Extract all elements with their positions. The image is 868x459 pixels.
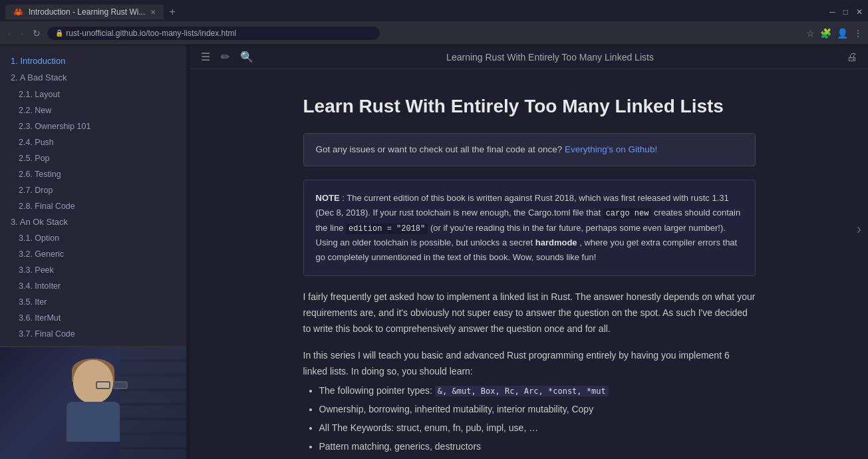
features-list: The following pointer types: &, &mut, Bo… <box>303 383 756 459</box>
sidebar-item[interactable]: 2.5. Pop <box>0 150 186 166</box>
sidebar-item[interactable]: 1. Introduction <box>0 53 186 70</box>
para2-container: In this series I will teach you basic an… <box>303 348 756 459</box>
note-box: NOTE : The current edition of this book … <box>303 180 756 276</box>
sidebar-link-pop[interactable]: 2.5. Pop <box>19 154 50 163</box>
sidebar-link-drop[interactable]: 2.7. Drop <box>19 186 53 195</box>
sidebar-link-ok-stack[interactable]: 3. An Ok Stack <box>11 217 68 227</box>
tab-favicon: 🦀 <box>13 7 23 17</box>
sidebar-link-new[interactable]: 2.2. New <box>19 106 51 115</box>
note-code1: cargo new <box>603 208 652 219</box>
sidebar-link-generic[interactable]: 3.2. Generic <box>19 249 64 259</box>
next-page-button[interactable]: › <box>857 221 861 238</box>
person-glasses <box>96 381 128 389</box>
sidebar-item[interactable]: 3. An Ok Stack <box>0 214 186 231</box>
note-label: NOTE <box>316 193 340 203</box>
glass-left <box>96 381 110 389</box>
address-bar: ‹ › ↻ 🔒 rust-unofficial.github.io/too-ma… <box>0 21 868 45</box>
minimize-button[interactable]: ─ <box>829 7 835 17</box>
sidebar-item[interactable]: 2.8. Final Code <box>0 198 186 214</box>
sidebar-item[interactable]: 3.5. Iter <box>0 294 186 310</box>
bullet2: Ownership, borrowing, inherited mutabili… <box>319 402 756 418</box>
new-tab-button[interactable]: + <box>166 6 178 18</box>
active-tab[interactable]: 🦀 Introduction - Learning Rust Wi... ✕ <box>5 5 164 19</box>
person-body <box>67 402 120 442</box>
content-area: ☰ ✏ 🔍 Learning Rust With Entirely Too Ma… <box>190 45 868 459</box>
bookmark-icon[interactable]: ☆ <box>806 28 815 39</box>
note-hardmode: hardmode <box>535 237 577 247</box>
sidebar-item[interactable]: 2. A Bad Stack <box>0 70 186 86</box>
maximize-button[interactable]: □ <box>843 7 848 17</box>
content-body: Learn Rust With Entirely Too Many Linked… <box>263 69 796 459</box>
sidebar-link-bad-stack[interactable]: 2. A Bad Stack <box>11 73 67 82</box>
sidebar-item[interactable]: 2.3. Ownership 101 <box>0 118 186 134</box>
notice-box: Got any issues or want to check out all … <box>303 133 756 166</box>
sidebar-item[interactable]: 3.1. Option <box>0 230 186 246</box>
browser-actions: ☆ 🧩 👤 ⋮ <box>806 28 863 39</box>
secure-icon: 🔒 <box>55 29 63 37</box>
sidebar-item[interactable]: 3.2. Generic <box>0 246 186 262</box>
bullet-intro-text: The following pointer types: <box>319 385 432 396</box>
tab-close-button[interactable]: ✕ <box>150 9 156 16</box>
extensions-icon[interactable]: 🧩 <box>820 28 831 39</box>
sidebar-link-intoiter[interactable]: 3.4. IntoIter <box>19 281 61 291</box>
person-silhouette <box>53 357 133 450</box>
close-button[interactable]: ✕ <box>856 7 863 17</box>
sidebar-link-final-code-3[interactable]: 3.7. Final Code <box>19 329 75 339</box>
sidebar-item[interactable]: 3.4. IntoIter <box>0 278 186 294</box>
glass-right <box>113 381 128 389</box>
sidebar-nav: 1. Introduction 2. A Bad Stack 2.1. Layo… <box>0 53 186 390</box>
url-input[interactable]: 🔒 rust-unofficial.github.io/too-many-lis… <box>47 27 380 40</box>
webcam-feed <box>0 347 186 459</box>
bullet3: All The Keywords: struct, enum, fn, pub,… <box>319 420 756 436</box>
sidebar-item[interactable]: 3.3. Peek <box>0 262 186 278</box>
sidebar-item[interactable]: 2.4. Push <box>0 134 186 150</box>
window-controls: ─ □ ✕ <box>829 7 863 17</box>
github-link[interactable]: Everything's on Github! <box>565 144 657 154</box>
para1: I fairly frequently get asked how to imp… <box>303 289 756 337</box>
sidebar-item[interactable]: 2.6. Testing <box>0 166 186 182</box>
forward-button[interactable]: › <box>18 27 27 40</box>
sidebar-link-introduction[interactable]: 1. Introduction <box>11 56 65 66</box>
sidebar-link-peek[interactable]: 3.3. Peek <box>19 265 54 275</box>
bullet4: Pattern matching, generics, destructors <box>319 439 756 455</box>
edit-toolbar-icon[interactable]: ✏ <box>221 51 229 63</box>
search-toolbar-icon[interactable]: 🔍 <box>240 51 253 63</box>
bullet1: The following pointer types: &, &mut, Bo… <box>319 383 756 399</box>
note-code2: edition = "2018" <box>346 224 428 234</box>
print-toolbar-icon[interactable]: 🖨 <box>847 51 857 63</box>
person-head <box>73 360 113 403</box>
menu-toolbar-icon[interactable]: ☰ <box>201 51 210 63</box>
tab-title: Introduction - Learning Rust Wi... <box>29 7 145 17</box>
reload-button[interactable]: ↻ <box>30 27 43 40</box>
sidebar-link-itermut[interactable]: 3.6. IterMut <box>19 313 61 323</box>
sidebar-item[interactable]: 2.2. New <box>0 102 186 118</box>
sidebar-link-iter[interactable]: 3.5. Iter <box>19 297 47 307</box>
page-heading: Learn Rust With Entirely Too Many Linked… <box>303 96 756 117</box>
browser-chrome: 🦀 Introduction - Learning Rust Wi... ✕ +… <box>0 0 868 45</box>
menu-icon[interactable]: ⋮ <box>853 28 863 39</box>
profile-icon[interactable]: 👤 <box>837 28 848 39</box>
para2: In this series I will teach you basic an… <box>303 348 756 380</box>
sidebar-link-ownership[interactable]: 2.3. Ownership 101 <box>19 122 90 131</box>
sidebar-link-layout[interactable]: 2.1. Layout <box>19 90 60 99</box>
sidebar-item[interactable]: 2.7. Drop <box>0 182 186 198</box>
sidebar-item[interactable]: 3.7. Final Code <box>0 326 186 342</box>
url-text: rust-unofficial.github.io/too-many-lists… <box>66 29 236 38</box>
sidebar-item[interactable]: 3.6. IterMut <box>0 310 186 326</box>
content-toolbar: ☰ ✏ 🔍 Learning Rust With Entirely Too Ma… <box>190 45 868 69</box>
toolbar-title: Learning Rust With Entirely Too Many Lin… <box>264 52 836 63</box>
sidebar-link-push[interactable]: 2.4. Push <box>19 138 54 147</box>
back-button[interactable]: ‹ <box>5 27 14 40</box>
notice-text: Got any issues or want to check out all … <box>316 144 563 154</box>
sidebar-link-option[interactable]: 3.1. Option <box>19 233 59 243</box>
sidebar-link-final-code-2[interactable]: 2.8. Final Code <box>19 202 75 211</box>
webcam-overlay <box>0 346 186 459</box>
sidebar-link-testing[interactable]: 2.6. Testing <box>19 170 61 179</box>
bullet-code: &, &mut, Box, Rc, Arc, *const, *mut <box>435 386 609 396</box>
sidebar-item[interactable]: 2.1. Layout <box>0 86 186 102</box>
tab-bar: 🦀 Introduction - Learning Rust Wi... ✕ +… <box>0 0 868 21</box>
